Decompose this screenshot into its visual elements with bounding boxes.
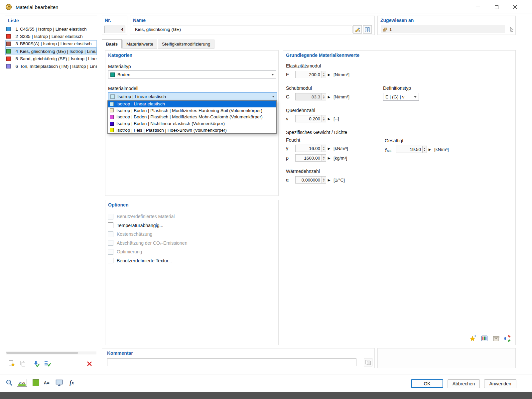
- materialmodell-combo[interactable]: Isotrop | Linear elastisch: [108, 92, 277, 100]
- close-button[interactable]: [506, 0, 524, 14]
- option-row[interactable]: Benutzerdefinierte Textur...: [108, 256, 276, 265]
- gamma-spinner[interactable]: ▲▼: [322, 145, 326, 152]
- materialtyp-value: Boden: [117, 72, 130, 77]
- option-row[interactable]: Kostenschätzung: [108, 230, 276, 239]
- list-item[interactable]: 1C45/55 | Isotrop | Linear elastisch: [5, 25, 97, 33]
- gammasat-unit: [kN/m³]: [434, 147, 449, 152]
- materialmodell-value: Isotrop | Linear elastisch: [117, 94, 166, 99]
- option-row[interactable]: Temperaturabhängig...: [108, 221, 276, 230]
- alpha-spinner[interactable]: ▲▼: [322, 176, 326, 184]
- apply-button[interactable]: Anwenden: [484, 379, 516, 388]
- list-item[interactable]: 4Kies, gleichkörnig (GE) | Isotrop | Lin…: [5, 48, 97, 55]
- scrollbar-thumb[interactable]: [6, 352, 78, 354]
- materialtyp-combo[interactable]: Boden: [108, 70, 276, 78]
- nr-field[interactable]: 4: [104, 26, 125, 33]
- nu-symbol: ν: [286, 116, 295, 121]
- option-row[interactable]: Abschätzung der CO₂-Emissionen: [108, 239, 276, 248]
- display-settings-button[interactable]: [54, 378, 64, 388]
- list-item[interactable]: 2S235 | Isotrop | Linear elastisch: [5, 33, 97, 40]
- g-spinner[interactable]: ▲▼: [322, 93, 326, 100]
- decimal-places-button[interactable]: 0,00: [17, 378, 27, 388]
- tab-materialwerte[interactable]: Materialwerte: [122, 40, 157, 49]
- tab-basis[interactable]: Basis: [102, 39, 122, 49]
- alpha-detail-button[interactable]: ▶: [326, 176, 332, 184]
- formula-button[interactable]: fx: [67, 378, 77, 388]
- alpha-input[interactable]: 0.000000: [295, 176, 322, 184]
- tab-steifigkeitsmodifizierung[interactable]: Steifigkeitsmodifizierung: [158, 40, 214, 49]
- pick-object-button[interactable]: [4, 378, 14, 388]
- checkbox[interactable]: [108, 214, 113, 219]
- dropdown-option[interactable]: Isotrop | Linear elastisch: [108, 101, 276, 107]
- material-number: 2: [13, 34, 18, 39]
- gammasat-detail-button[interactable]: ▶: [427, 146, 433, 153]
- model-color-swatch: [110, 108, 114, 112]
- checkbox[interactable]: [108, 240, 113, 246]
- star-plus-icon: [469, 335, 476, 342]
- material-label: B500S(A) | Isotrop | Linear elastisch: [20, 41, 92, 46]
- nu-spinner[interactable]: ▲▼: [322, 115, 326, 122]
- list-item[interactable]: 5Sand, gleichkörnig (SE) | Isotrop | Lin…: [5, 55, 97, 63]
- gamma-detail-button[interactable]: ▶: [326, 145, 332, 152]
- font-style-button[interactable]: A=: [42, 378, 52, 388]
- import-selection-button[interactable]: [32, 359, 41, 368]
- edit-name-button[interactable]: [353, 25, 362, 34]
- materialtyp-label: Materialtyp: [108, 64, 131, 69]
- material-list-panel: Liste 1C45/55 | Isotrop | Linear elastis…: [5, 16, 97, 370]
- option-label: Benutzerdefiniertes Material: [117, 214, 175, 219]
- archive-box-button[interactable]: [492, 334, 500, 343]
- e-detail-button[interactable]: ▶: [326, 71, 332, 78]
- dropdown-option[interactable]: Isotrop | Boden | Nichtlinear elastisch …: [108, 120, 276, 127]
- color-swatch-button[interactable]: [31, 378, 41, 388]
- dropdown-option[interactable]: Isotrop | Fels | Plastisch | Hoek-Brown …: [108, 127, 276, 133]
- maximize-button[interactable]: [487, 0, 506, 14]
- rho-spinner[interactable]: ▲▼: [322, 154, 326, 162]
- delete-material-button[interactable]: [85, 359, 94, 368]
- checkbox[interactable]: [108, 258, 113, 263]
- g-input[interactable]: 83.3: [295, 93, 322, 100]
- checkbox[interactable]: [108, 222, 113, 228]
- ok-button[interactable]: OK: [411, 379, 443, 388]
- comment-input[interactable]: [107, 358, 356, 366]
- nu-input[interactable]: 0.200: [295, 115, 322, 122]
- material-list: 1C45/55 | Isotrop | Linear elastisch2S23…: [5, 25, 97, 70]
- list-item[interactable]: 6Ton, mittelplastisch (TM) | Isotrop | L…: [5, 63, 97, 70]
- e-input[interactable]: 200.0: [295, 71, 322, 78]
- update-colors-button[interactable]: [503, 334, 512, 343]
- e-spinner[interactable]: ▲▼: [322, 71, 326, 78]
- name-input[interactable]: Kies, gleichkörnig (GE): [133, 26, 352, 33]
- apply-selection-button[interactable]: [43, 359, 52, 368]
- app-icon: [5, 3, 12, 11]
- library-book-button[interactable]: [480, 334, 489, 343]
- new-material-button[interactable]: [7, 359, 16, 368]
- g-unit: [N/mm²]: [333, 94, 349, 99]
- option-row[interactable]: Optimierung: [108, 247, 276, 256]
- minimize-button[interactable]: [468, 0, 487, 14]
- alpha-symbol: α: [286, 177, 295, 183]
- assigned-field[interactable]: 1: [381, 26, 505, 33]
- dropdown-option[interactable]: Isotrop | Boden | Plastisch | Modifizier…: [108, 107, 276, 114]
- option-row[interactable]: Benutzerdefiniertes Material: [108, 212, 276, 221]
- list-item[interactable]: 3B500S(A) | Isotrop | Linear elastisch: [5, 40, 97, 48]
- definitionstyp-combo[interactable]: E | (G) | ν: [383, 93, 419, 101]
- copy-material-button[interactable]: [18, 359, 27, 368]
- rho-input[interactable]: 1600.00: [295, 154, 322, 162]
- cancel-button[interactable]: Abbrechen: [448, 379, 480, 388]
- checkbox[interactable]: [108, 249, 113, 255]
- gamma-input[interactable]: 16.00: [295, 145, 322, 152]
- assigned-value: 1: [389, 27, 392, 32]
- option-label: Optimierung: [117, 249, 142, 254]
- gamma-row: γ 16.00 ▲▼ ▶ [kN/m³]: [286, 145, 348, 152]
- favorite-material-button[interactable]: [468, 334, 477, 343]
- checkbox[interactable]: [108, 231, 113, 237]
- list-column-divider: [13, 25, 13, 351]
- pick-assigned-button[interactable]: [507, 25, 516, 34]
- comment-options-button[interactable]: [364, 358, 372, 366]
- gammasat-input[interactable]: 19.50: [396, 146, 423, 153]
- material-library-button[interactable]: [363, 25, 372, 34]
- gammasat-spinner[interactable]: ▲▼: [423, 146, 427, 153]
- rho-detail-button[interactable]: ▶: [326, 154, 332, 162]
- list-horizontal-scrollbar[interactable]: [6, 351, 96, 354]
- dropdown-option[interactable]: Isotrop | Boden | Plastisch | Modifizier…: [108, 114, 276, 120]
- nu-detail-button[interactable]: ▶: [326, 115, 332, 122]
- g-detail-button[interactable]: ▶: [326, 93, 332, 100]
